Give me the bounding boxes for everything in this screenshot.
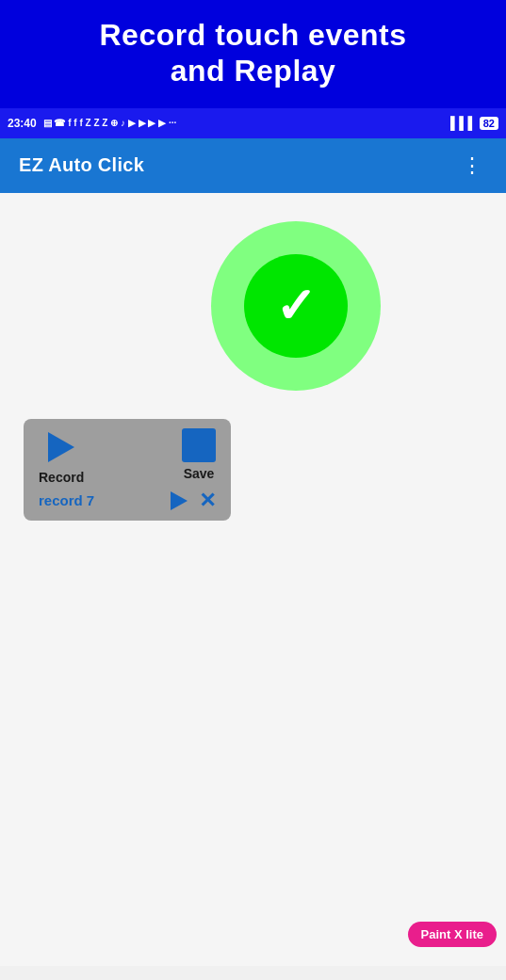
status-right: ▌▌▌ 82 <box>450 116 498 130</box>
status-bar: 23:40 ▤ ☎ f f f Z Z Z ⊕ ♪ ▶ ▶ ▶ ▶ ··· ▌▌… <box>0 108 506 138</box>
status-time: 23:40 <box>8 117 37 130</box>
header-title-line2: and Replay <box>171 54 336 88</box>
status-icons: ▤ ☎ f f f Z Z Z ⊕ ♪ ▶ ▶ ▶ ▶ ··· <box>43 118 177 128</box>
header-banner: Record touch events and Replay <box>0 0 506 108</box>
record-item: Record <box>39 428 84 485</box>
record-play-button[interactable] <box>42 428 80 466</box>
replay-button[interactable] <box>171 491 188 510</box>
save-button[interactable] <box>182 428 216 462</box>
save-item: Save <box>182 428 216 481</box>
save-label: Save <box>184 466 215 481</box>
checkmark-icon: ✓ <box>275 281 317 330</box>
header-title-line1: Record touch events <box>99 18 406 52</box>
signal-icon: ▌▌▌ <box>450 116 477 130</box>
main-content: ✓ Record Save record 7 ✕ Paint X lite <box>0 193 506 966</box>
close-button[interactable]: ✕ <box>199 490 216 511</box>
app-toolbar: EZ Auto Click ⋮ <box>0 138 506 193</box>
more-options-button[interactable]: ⋮ <box>457 151 487 181</box>
app-title: EZ Auto Click <box>19 154 144 176</box>
record-card-top: Record Save <box>39 428 216 485</box>
success-circle-outer: ✓ <box>211 221 381 391</box>
success-circle-inner: ✓ <box>244 254 348 358</box>
battery-badge: 82 <box>480 117 498 130</box>
record-actions: ✕ <box>171 490 216 511</box>
record-card: Record Save record 7 ✕ <box>24 419 231 521</box>
play-triangle-icon <box>48 432 74 462</box>
record-card-bottom: record 7 ✕ <box>39 490 216 511</box>
header-title: Record touch events and Replay <box>19 17 487 89</box>
record-name: record 7 <box>39 492 94 508</box>
paint-badge[interactable]: Paint X lite <box>408 922 497 947</box>
record-label: Record <box>39 470 84 485</box>
status-left: 23:40 ▤ ☎ f f f Z Z Z ⊕ ♪ ▶ ▶ ▶ ▶ ··· <box>8 117 176 130</box>
